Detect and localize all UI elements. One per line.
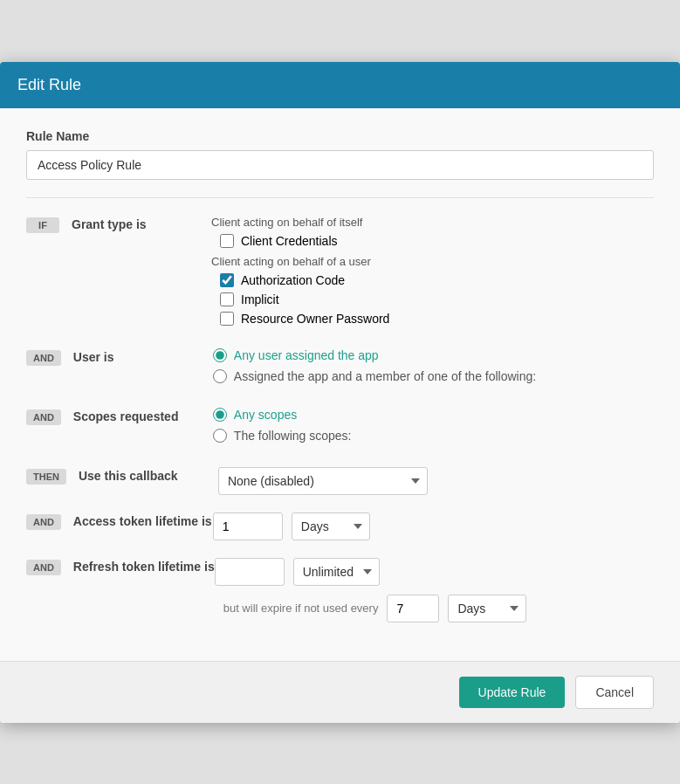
dialog-body: Rule Name IF Grant type is Client acting… [0,108,680,661]
and-user-badge: AND [26,350,61,366]
expire-section: but will expire if not used every Minute… [223,595,654,622]
callback-select[interactable]: None (disabled) Custom callback [218,467,428,495]
and-user-content: Any user assigned the app Assigned the a… [213,348,654,390]
access-token-fields: Minutes Hours Days [213,512,654,540]
radio-any-scopes[interactable] [213,408,227,422]
group2-header: Client acting on behalf of a user [211,255,654,268]
if-badge: IF [26,217,59,233]
and-scopes-content: Any scopes The following scopes: [213,408,654,450]
and-refresh-label: Refresh token lifetime is [73,558,215,574]
if-content: Client acting on behalf of itself Client… [211,216,654,331]
cb-resource-owner[interactable] [220,312,234,326]
radio-any-user-label: Any user assigned the app [234,348,379,362]
cb-implicit-item: Implicit [220,292,654,306]
and-scopes-row: AND Scopes requested Any scopes The foll… [26,408,654,450]
and-access-label: Access token lifetime is [73,512,213,528]
then-content: None (disabled) Custom callback [218,467,654,495]
cb-auth-code-label: Authorization Code [241,273,345,287]
cb-auth-code-item: Authorization Code [220,273,654,287]
cb-resource-owner-label: Resource Owner Password [241,312,389,326]
then-label: Use this callback [79,467,218,483]
then-callback-row: THEN Use this callback None (disabled) C… [26,467,654,495]
and-scopes-label: Scopes requested [73,408,213,423]
refresh-token-fields: Unlimited Minutes Hours Days [215,558,654,586]
if-grant-type-row: IF Grant type is Client acting on behalf… [26,216,654,331]
rule-name-input[interactable] [26,150,654,180]
rule-name-group: Rule Name [26,129,654,180]
radio-assigned-member-label: Assigned the app and a member of one of … [234,369,536,383]
rule-name-label: Rule Name [26,129,654,143]
and-access-token-row: AND Access token lifetime is Minutes Hou… [26,512,654,540]
and-user-label: User is [73,348,213,364]
expire-value-input[interactable] [387,595,439,622]
and-refresh-token-row: AND Refresh token lifetime is Unlimited … [26,558,654,622]
and-access-content: Minutes Hours Days [213,512,654,540]
cb-implicit[interactable] [220,292,234,306]
and-refresh-content: Unlimited Minutes Hours Days but will ex… [215,558,654,622]
if-label: Grant type is [72,216,211,231]
and-scopes-badge: AND [26,409,61,425]
radio-following-scopes[interactable] [213,429,227,443]
and-refresh-badge: AND [26,560,61,575]
cb-implicit-label: Implicit [241,292,279,306]
divider-1 [26,197,654,198]
radio-any-user-item: Any user assigned the app [213,348,654,362]
access-token-value-input[interactable] [213,512,283,540]
dialog-title: Edit Rule [17,76,81,93]
edit-rule-dialog: Edit Rule Rule Name IF Grant type is Cli… [0,62,680,723]
update-rule-button[interactable]: Update Rule [459,677,566,708]
cb-client-credentials-item: Client Credentials [220,234,654,248]
cb-client-credentials-label: Client Credentials [241,234,338,248]
radio-any-user[interactable] [213,348,227,362]
and-access-badge: AND [26,514,61,530]
radio-assigned-member[interactable] [213,369,227,383]
radio-any-scopes-item: Any scopes [213,408,654,422]
group1-header: Client acting on behalf of itself [211,216,654,229]
refresh-token-unit-select[interactable]: Unlimited Minutes Hours Days [293,558,380,586]
radio-following-scopes-label: The following scopes: [234,429,352,443]
radio-assigned-member-item: Assigned the app and a member of one of … [213,369,654,383]
then-badge: THEN [26,469,66,485]
expire-unit-select[interactable]: Minutes Hours Days [448,595,526,622]
cb-client-credentials[interactable] [220,234,234,248]
dialog-footer: Update Rule Cancel [0,661,680,723]
radio-following-scopes-item: The following scopes: [213,429,654,443]
and-user-row: AND User is Any user assigned the app As… [26,348,654,390]
dialog-header: Edit Rule [0,62,680,108]
cancel-button[interactable]: Cancel [575,676,654,709]
expire-label: but will expire if not used every [223,602,379,615]
access-token-unit-select[interactable]: Minutes Hours Days [292,512,370,540]
refresh-token-value-input[interactable] [215,558,285,586]
cb-resource-owner-item: Resource Owner Password [220,312,654,326]
cb-auth-code[interactable] [220,273,234,287]
radio-any-scopes-label: Any scopes [234,408,297,422]
